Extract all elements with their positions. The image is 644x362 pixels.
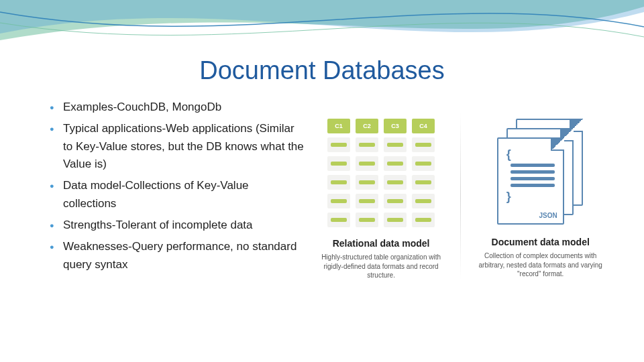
- list-item: Examples-CouchDB, MongoDb: [50, 99, 305, 116]
- relational-label: Relational data model: [333, 238, 430, 249]
- table-cell: [356, 156, 378, 171]
- table-cell: [384, 156, 407, 171]
- list-item: Weaknesses-Query performance, no standar…: [50, 238, 305, 274]
- document-desc: Collection of complex documents with arb…: [477, 251, 604, 279]
- table-cell: [356, 137, 378, 152]
- document-page-icon: { } JSON: [497, 137, 564, 225]
- table-cell: [327, 137, 350, 152]
- relational-desc: Highly-structured table organization wit…: [318, 253, 445, 280]
- table-cell: [384, 194, 407, 208]
- table-cell: [384, 213, 407, 227]
- bullet-list: Examples-CouchDB, MongoDb Typical applic…: [40, 99, 305, 280]
- document-diagram: { } JSON Document data model Collection …: [477, 119, 604, 279]
- text-line-icon: [511, 170, 555, 174]
- content-area: Examples-CouchDB, MongoDb Typical applic…: [0, 85, 644, 280]
- relational-diagram: C1 C2 C3 C4: [318, 119, 445, 280]
- document-label: Document data model: [492, 237, 590, 247]
- list-item: Typical applications-Web applications (S…: [50, 120, 305, 173]
- column-header: C3: [384, 119, 407, 133]
- column-header: C1: [327, 119, 350, 133]
- diagram-panel: C1 C2 C3 C4: [318, 99, 604, 280]
- json-badge: JSON: [539, 212, 557, 219]
- text-line-icon: [511, 177, 555, 180]
- relational-table-graphic: C1 C2 C3 C4: [327, 119, 435, 227]
- table-cell: [412, 156, 435, 171]
- table-cell: [356, 213, 378, 227]
- table-cell: [412, 213, 435, 227]
- list-item: Data model-Collections of Key-Value coll…: [50, 177, 305, 213]
- column-header: C4: [412, 119, 435, 133]
- table-cell: [327, 175, 350, 190]
- brace-close-icon: }: [506, 190, 555, 202]
- vertical-divider: [460, 112, 461, 280]
- document-stack-graphic: { } JSON: [497, 119, 584, 226]
- table-cell: [412, 137, 435, 152]
- table-cell: [384, 175, 407, 190]
- brace-open-icon: {: [506, 148, 555, 160]
- table-cell: [327, 194, 350, 208]
- column-header: C2: [356, 119, 378, 133]
- table-cell: [327, 156, 350, 171]
- list-item: Strengths-Tolerant of incomplete data: [50, 217, 305, 234]
- table-cell: [356, 175, 378, 190]
- table-cell: [384, 137, 407, 152]
- slide-title: Document Databases: [0, 0, 644, 85]
- table-cell: [327, 213, 350, 227]
- table-cell: [412, 194, 435, 208]
- text-line-icon: [511, 184, 555, 187]
- table-cell: [356, 194, 378, 208]
- table-cell: [412, 175, 435, 190]
- text-line-icon: [511, 164, 555, 167]
